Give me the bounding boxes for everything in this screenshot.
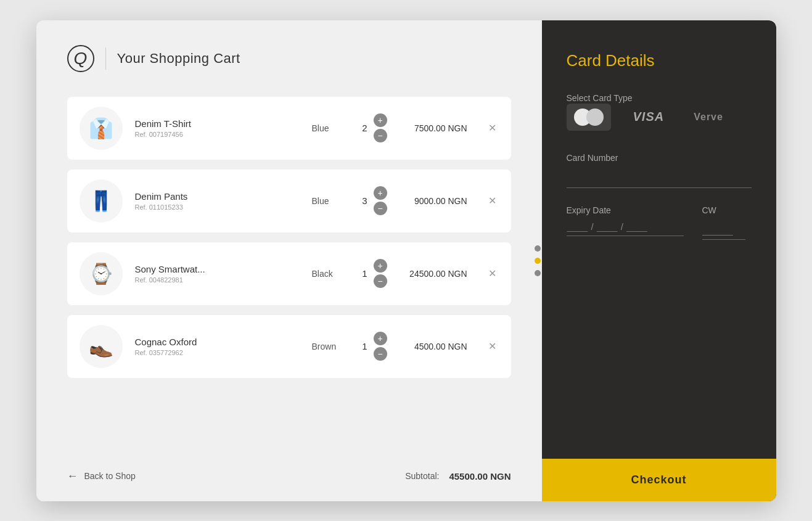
item-color: Brown	[312, 342, 349, 351]
card-details-panel: Card Details Select Card Type VISA Verve	[542, 20, 776, 459]
item-icon: ⌚	[89, 262, 113, 285]
item-info: Sony Smartwat... Ref. 004822981	[135, 264, 300, 284]
back-to-shop-link[interactable]: ← Back to Shop	[67, 470, 136, 483]
checkout-button[interactable]: Checkout	[542, 459, 776, 501]
verve-icon: Verve	[694, 112, 723, 123]
item-ref: Ref. 004822981	[135, 276, 300, 284]
expiry-yy-input[interactable]	[626, 221, 648, 232]
expiry-dd-input[interactable]	[596, 221, 618, 232]
item-image: 👔	[80, 107, 123, 150]
expiry-sep-2: /	[621, 221, 623, 232]
item-info: Cognac Oxford Ref. 035772962	[135, 337, 300, 356]
expiry-group: Expiry Date / /	[567, 205, 684, 240]
remove-item-button[interactable]: ✕	[486, 338, 499, 355]
qty-decrease-button[interactable]: −	[374, 129, 387, 142]
qty-increase-button[interactable]: +	[374, 332, 387, 345]
expiry-fields: / /	[567, 221, 684, 236]
item-image: 👞	[80, 325, 123, 368]
cvv-label: CW	[702, 205, 752, 215]
card-number-group: Card Number	[567, 153, 752, 188]
visa-icon: VISA	[633, 110, 665, 124]
expiry-label: Expiry Date	[567, 205, 684, 215]
mastercard-icon	[574, 109, 604, 126]
item-price: 9000.00 NGN	[400, 196, 467, 206]
item-image: 👖	[80, 179, 123, 223]
item-image: ⌚	[80, 252, 123, 295]
qty-value: 1	[361, 268, 369, 279]
item-icon: 👖	[89, 189, 113, 213]
table-row: ⌚ Sony Smartwat... Ref. 004822981 Black …	[67, 242, 511, 305]
subtotal-section: Subtotal: 45500.00 NGN	[405, 471, 511, 482]
item-quantity: 1 + −	[361, 259, 387, 288]
back-label: Back to Shop	[84, 471, 136, 481]
qty-decrease-button[interactable]: −	[374, 347, 387, 361]
qty-controls: + −	[374, 259, 387, 288]
qty-value: 3	[361, 195, 369, 206]
table-row: 👔 Denim T-Shirt Ref. 007197456 Blue 2 + …	[67, 97, 511, 160]
table-row: 👖 Denim Pants Ref. 011015233 Blue 3 + − …	[67, 170, 511, 232]
qty-increase-button[interactable]: +	[374, 113, 387, 127]
qty-decrease-button[interactable]: −	[374, 274, 387, 288]
mastercard-button[interactable]	[567, 104, 611, 131]
remove-item-button[interactable]: ✕	[486, 120, 499, 136]
item-icon: 👔	[89, 117, 113, 140]
cvv-input[interactable]	[702, 221, 745, 240]
item-color: Black	[312, 269, 349, 279]
mc-right-circle	[586, 109, 604, 126]
expiry-mm-input[interactable]	[567, 221, 589, 232]
item-name: Sony Smartwat...	[135, 264, 300, 274]
back-arrow-icon: ←	[67, 470, 78, 483]
header-divider	[105, 47, 106, 70]
item-price: 24500.00 NGN	[400, 269, 467, 279]
subtotal-amount: 45500.00 NGN	[449, 471, 511, 482]
qty-value: 1	[361, 341, 369, 351]
item-color: Blue	[312, 196, 349, 206]
select-card-type-label: Select Card Type	[567, 93, 633, 103]
subtotal-label: Subtotal:	[405, 471, 439, 481]
item-name: Cognac Oxford	[135, 337, 300, 347]
panel-dots	[535, 245, 541, 276]
card-number-input[interactable]	[567, 169, 752, 188]
item-info: Denim T-Shirt Ref. 007197456	[135, 118, 300, 138]
item-price: 7500.00 NGN	[400, 123, 467, 133]
item-info: Denim Pants Ref. 011015233	[135, 191, 300, 211]
app-container: Q Your Shopping Cart 👔 Denim T-Shirt Ref…	[36, 20, 776, 501]
card-type-options: VISA Verve	[567, 104, 752, 131]
verve-button[interactable]: Verve	[686, 107, 731, 128]
qty-increase-button[interactable]: +	[374, 186, 387, 200]
header: Q Your Shopping Cart	[67, 45, 511, 72]
dot-1[interactable]	[535, 245, 541, 252]
page-title: Your Shopping Cart	[117, 51, 240, 67]
remove-item-button[interactable]: ✕	[486, 192, 499, 209]
dot-2-active[interactable]	[535, 258, 541, 264]
item-price: 4500.00 NGN	[400, 342, 467, 351]
item-ref: Ref. 007197456	[135, 131, 300, 138]
expiry-cvv-row: Expiry Date / / CW	[567, 205, 752, 257]
remove-item-button[interactable]: ✕	[486, 265, 499, 282]
qty-increase-button[interactable]: +	[374, 259, 387, 273]
card-number-label: Card Number	[567, 153, 752, 163]
table-row: 👞 Cognac Oxford Ref. 035772962 Brown 1 +…	[67, 315, 511, 378]
qty-controls: + −	[374, 186, 387, 215]
item-icon: 👞	[89, 335, 113, 358]
qty-decrease-button[interactable]: −	[374, 202, 387, 215]
item-name: Denim T-Shirt	[135, 118, 300, 129]
cart-items-list: 👔 Denim T-Shirt Ref. 007197456 Blue 2 + …	[67, 97, 511, 457]
qty-controls: + −	[374, 332, 387, 361]
item-name: Denim Pants	[135, 191, 300, 202]
cart-footer: ← Back to Shop Subtotal: 45500.00 NGN	[67, 470, 511, 483]
item-ref: Ref. 035772962	[135, 349, 300, 356]
qty-controls: + −	[374, 113, 387, 142]
left-panel: Q Your Shopping Cart 👔 Denim T-Shirt Ref…	[36, 20, 542, 501]
expiry-sep-1: /	[591, 221, 594, 232]
item-ref: Ref. 011015233	[135, 203, 300, 211]
qty-value: 2	[361, 123, 369, 133]
logo-icon: Q	[67, 45, 94, 72]
item-quantity: 1 + −	[361, 332, 387, 361]
item-quantity: 3 + −	[361, 186, 387, 215]
dot-3[interactable]	[535, 270, 541, 276]
right-panel: Card Details Select Card Type VISA Verve	[542, 20, 776, 501]
visa-button[interactable]: VISA	[626, 105, 672, 129]
item-color: Blue	[312, 123, 349, 133]
card-details-title: Card Details	[567, 51, 752, 70]
